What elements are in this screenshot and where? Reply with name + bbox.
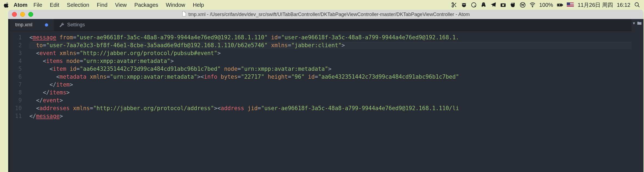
wifi-icon[interactable] [530,2,535,8]
tab-label: Settings [67,22,85,28]
line-number: 2 [10,42,22,49]
spotlight-icon[interactable] [634,2,640,8]
svg-point-3 [463,4,464,5]
menubar-time: 16:12 [617,2,630,8]
window-title: tmp.xml - /Users/crifan/dev/dev_src/swif… [188,12,470,17]
menu-packages[interactable]: Packages [134,2,158,8]
svg-point-9 [502,4,504,6]
telegram-icon[interactable] [490,2,496,8]
line-number: 6 [10,73,22,81]
zoom-window-button[interactable] [28,12,33,17]
menubar-date: 11月26日 周四 [578,1,613,9]
svg-point-12 [532,6,533,7]
input-source-flag-icon[interactable] [567,2,574,7]
camera-icon[interactable] [500,2,506,8]
tab-settings[interactable]: Settings [54,19,90,31]
svg-point-4 [464,4,465,5]
svg-point-0 [452,3,453,4]
wrench-icon [59,22,64,28]
code-line[interactable]: <message from="user-ae96618f-3a5c-48a8-a… [29,34,631,42]
line-number: 4 [10,57,22,65]
right-toolbar: ▾ [631,19,643,172]
battery-icon[interactable] [557,2,563,8]
menu-find[interactable]: Find [97,2,107,8]
svg-point-7 [484,4,484,4]
code-line[interactable]: <item id="aa6e432351442c73d99ca484cd91ab… [29,65,631,73]
svg-point-10 [504,4,505,4]
svg-rect-15 [562,4,563,5]
document-icon [182,11,186,18]
close-window-button[interactable] [12,12,17,17]
line-number: 7 [10,81,22,89]
line-number: 1 [10,34,22,42]
tab-label: tmp.xml [15,22,32,28]
evernote-icon[interactable] [510,2,516,8]
menu-view[interactable]: View [115,2,127,8]
apple-menu-icon[interactable] [4,2,9,8]
code-line[interactable]: <metadata xmlns="urn:xmpp:avatar:metadat… [29,73,631,81]
code-line[interactable]: to="user-7aa7e3c3-bf8f-46e1-8cbe-3a5aad6… [29,42,631,49]
menu-help[interactable]: Help [193,2,204,8]
svg-point-1 [452,6,453,7]
minimize-window-button[interactable] [20,12,25,17]
line-number: 8 [10,89,22,97]
window-titlebar: tmp.xml - /Users/crifan/dev/dev_src/swif… [8,10,643,19]
code-line[interactable]: </items> [29,89,631,97]
code-area[interactable]: 1234567891011 <message from="user-ae9661… [10,31,631,172]
owl-icon[interactable] [461,2,467,8]
circle-q-icon[interactable] [471,2,477,8]
penguin-icon[interactable] [481,2,487,8]
line-number: 11 [10,112,22,120]
chevron-down-icon[interactable]: ▾ [633,21,635,26]
macos-menubar: Atom File Edit Selection Find View Packa… [0,0,644,10]
menu-selection[interactable]: Selection [67,2,89,8]
menu-window[interactable]: Window [166,2,185,8]
menubar-status: 100% 11月26日 周四 16:12 [451,1,640,9]
app-name[interactable]: Atom [14,2,27,8]
tab-bar: tmp.xml Settings [10,19,631,31]
line-number: 5 [10,65,22,73]
battery-percentage: 100% [539,2,553,8]
code-line[interactable]: </item> [29,81,631,89]
scissors-icon[interactable] [451,2,457,8]
menu-file[interactable]: File [33,2,42,8]
modified-indicator-icon [45,23,48,27]
folder-icon[interactable] [637,21,642,27]
vw-icon[interactable] [520,2,526,8]
code-line[interactable]: <event xmlns="http://jabber.org/protocol… [29,49,631,57]
svg-point-6 [483,4,483,4]
code-content[interactable]: <message from="user-ae96618f-3a5c-48a8-a… [27,31,631,172]
code-line[interactable]: <addresses xmlns="http://jabber.org/prot… [29,104,631,112]
svg-point-11 [520,2,525,7]
tab-tmp-xml[interactable]: tmp.xml [10,19,54,31]
code-line[interactable]: <items node="urn:xmpp:avatar:metadata"> [29,57,631,65]
editor: tmp.xml Settings 1234567891011 <message … [10,19,631,172]
line-number: 9 [10,97,22,104]
gutter: 1234567891011 [10,31,27,172]
line-number: 3 [10,49,22,57]
code-line[interactable]: </message> [29,112,631,120]
code-line[interactable]: </event> [29,97,631,104]
traffic-lights [12,12,33,17]
line-number: 10 [10,104,22,112]
svg-point-16 [635,3,639,6]
menu-edit[interactable]: Edit [50,2,59,8]
